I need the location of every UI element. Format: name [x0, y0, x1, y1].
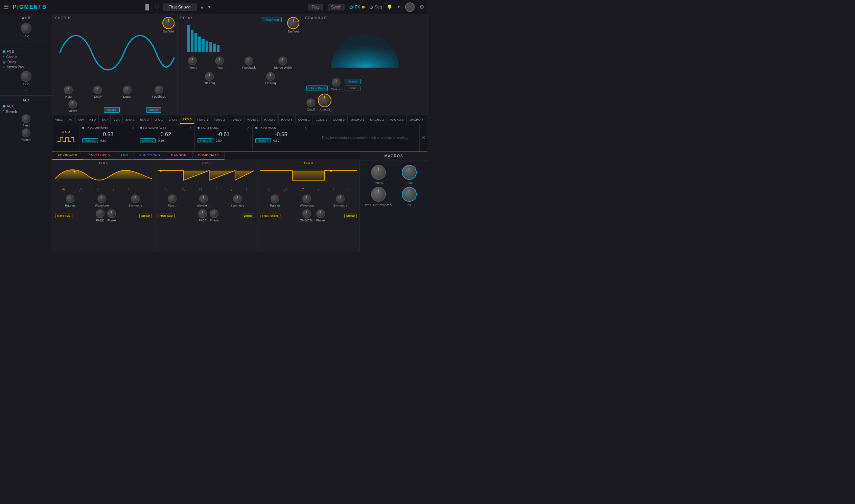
lfo3-bipolar-button[interactable]: Bipolar [344, 214, 357, 218]
lfo2-saw-icon[interactable]: / [216, 187, 217, 192]
mod-target-3-macro-tag[interactable]: Macro 3 [197, 138, 213, 143]
delay-stereowidth-knob[interactable] [278, 56, 287, 65]
mod-tab-vca[interactable]: VCA [110, 115, 123, 124]
lfo2-fade-knob[interactable] [198, 209, 207, 218]
mod-tab-macro2[interactable]: MACRO 2 [367, 115, 387, 124]
lfo1-bipolar-button[interactable]: Bipolar [139, 214, 152, 218]
lfo1-phase-knob[interactable] [107, 209, 116, 218]
tab-envelopes[interactable]: ENVELOPES [83, 151, 116, 160]
lfo1-square-icon[interactable]: ⊓ [97, 187, 100, 192]
mod-tab-comb3[interactable]: COMB 3 [330, 115, 348, 124]
lfo2-phase-knob[interactable] [210, 209, 219, 218]
mod-tab-env3[interactable]: ENV 3 [137, 115, 152, 124]
mod-tab-mw[interactable]: MW [76, 115, 87, 124]
mod-tab-rand1[interactable]: RAND 1 [245, 115, 262, 124]
macro-timbre-knob[interactable] [371, 165, 386, 180]
delay-lpfreq-knob[interactable] [266, 72, 275, 81]
lfo2-triangle-icon[interactable]: ⋀ [181, 187, 185, 192]
mod-tab-lfo1[interactable]: LFO 1 [152, 115, 166, 124]
lfo1-retrig-button[interactable]: Mono KBD [55, 214, 72, 218]
stereo-button[interactable]: Stereo [146, 107, 161, 112]
dropdown-icon[interactable]: ▼ [397, 5, 400, 9]
mod-target-2-close[interactable]: ✕ [189, 126, 192, 129]
lfo1-rate-knob[interactable] [66, 194, 74, 203]
fxa-panel-label[interactable]: FX B [0, 49, 52, 54]
mod-tab-comb2[interactable]: COMB 2 [313, 115, 330, 124]
light-icon[interactable]: 💡 [387, 4, 392, 10]
chorus-chain-item[interactable]: ~ Chorus [0, 54, 52, 59]
mod-tab-macro3[interactable]: MACRO 3 [387, 115, 406, 124]
lfo2-symmetry-knob[interactable] [233, 194, 242, 203]
lfo3-square-icon[interactable]: ⊓ [301, 187, 304, 192]
tab-combinate[interactable]: COMBINATE [193, 151, 225, 160]
preset-next-icon[interactable]: ▼ [207, 5, 211, 10]
invert-button[interactable]: Invert [345, 86, 361, 91]
lfo3-sh-icon[interactable]: ⌇ [348, 187, 350, 192]
macro-fx-knob[interactable] [402, 187, 417, 202]
lfo2-rate-knob[interactable] [168, 194, 177, 203]
mod-tab-lfo2[interactable]: LFO 2 [166, 115, 180, 124]
chorus-delay-knob[interactable] [93, 86, 102, 94]
lfo1-sine-icon[interactable]: ∿ [62, 187, 65, 192]
seq-tab[interactable]: ⏻ Seq [369, 5, 382, 10]
mod-target-4-macro-tag[interactable]: Macro 4 [255, 138, 271, 143]
mod-tab-exp[interactable]: EXP [99, 115, 110, 124]
reverb-rate-knob[interactable] [332, 78, 341, 87]
delay-drywet-knob[interactable] [287, 17, 299, 29]
lfo3-sine-icon[interactable]: ∿ [267, 187, 270, 192]
mod-tab-lfo3[interactable]: LFO 3 [180, 115, 194, 124]
delay-feedback-knob[interactable] [245, 56, 253, 65]
mod-target-2-macro-tag[interactable]: Macro 2 [140, 138, 156, 143]
lfo2-bipolar-button[interactable]: Bipolar [242, 214, 254, 218]
lfo3-smooth-knob[interactable] [302, 209, 311, 218]
fxa-knob[interactable] [21, 23, 32, 34]
lfo2-sh-icon[interactable]: ⌇ [246, 187, 248, 192]
lfo3-phase-knob[interactable] [316, 209, 325, 218]
tab-keyboard[interactable]: KEYBOARD [52, 151, 83, 160]
lfo2-square-icon[interactable]: ⊓ [199, 187, 202, 192]
mod-tab-at[interactable]: AT [66, 115, 76, 124]
natural-button[interactable]: Natural [345, 79, 361, 84]
settings-icon[interactable]: ⚙ [419, 4, 424, 10]
lfo1-saw-icon[interactable]: / [113, 187, 114, 192]
stereopan-chain-item[interactable]: ∞ Stereo Pan [0, 65, 52, 70]
tab-random[interactable]: RANDOM [166, 151, 193, 160]
mod-tab-macro1[interactable]: MACRO 1 [348, 115, 367, 124]
lfo2-retrig-button[interactable]: Mono KBD [158, 214, 175, 218]
chorus-feedback-knob[interactable] [155, 86, 163, 94]
delay-time-knob[interactable] [188, 56, 197, 65]
preset-name[interactable]: First Snow* [163, 3, 196, 11]
mod-target-1-macro-tag[interactable]: Macro 1 [82, 138, 98, 143]
preset-prev-icon[interactable]: ▲ [200, 5, 204, 10]
heart-icon[interactable]: ♡ [155, 4, 159, 10]
menu-icon[interactable]: ☰ [3, 3, 9, 11]
chorus-depth-knob[interactable] [123, 86, 132, 94]
lfo3-retrig-button[interactable]: Free Running [260, 214, 280, 218]
lfo3-rate-knob[interactable] [271, 194, 279, 203]
fx-tab[interactable]: ⏻ FX [349, 5, 364, 10]
lfo1-ramp-icon[interactable]: \ [128, 187, 129, 192]
tab-functions[interactable]: FUNCTIONS [134, 151, 166, 160]
lfo1-fade-knob[interactable] [96, 209, 105, 218]
play-button[interactable]: Play [308, 4, 322, 11]
return-knob[interactable] [22, 128, 31, 137]
mod-tab-env2[interactable]: ENV 2 [123, 115, 137, 124]
lfo3-ramp-icon[interactable]: \ [333, 187, 334, 192]
synth-button[interactable]: Synth [328, 4, 345, 11]
delay-fine-knob[interactable] [215, 56, 224, 65]
lfo3-symmetry-knob[interactable] [336, 194, 345, 203]
mono-bass-button[interactable]: Mono Bass [307, 86, 328, 91]
lfo2-ramp-icon[interactable]: \ [231, 187, 232, 192]
lfo1-waveform-knob[interactable] [98, 194, 106, 203]
mod-tab-func1[interactable]: FUNC 1 [194, 115, 211, 124]
macro-time-knob[interactable] [402, 165, 417, 180]
mod-target-3-close[interactable]: ✕ [247, 126, 249, 129]
lfo3-saw-icon[interactable]: / [318, 187, 319, 192]
delay-chain-item[interactable]: ◎ Delay [0, 59, 52, 65]
chorus-rate-knob[interactable] [64, 86, 73, 94]
lfo2-sine-icon[interactable]: ∿ [164, 187, 168, 192]
mod-tab-func2[interactable]: FUNC 2 [211, 115, 228, 124]
user-avatar[interactable] [405, 2, 415, 12]
mod-tab-velo[interactable]: VELO [52, 115, 66, 124]
lfo2-waveform-knob[interactable] [199, 194, 208, 203]
